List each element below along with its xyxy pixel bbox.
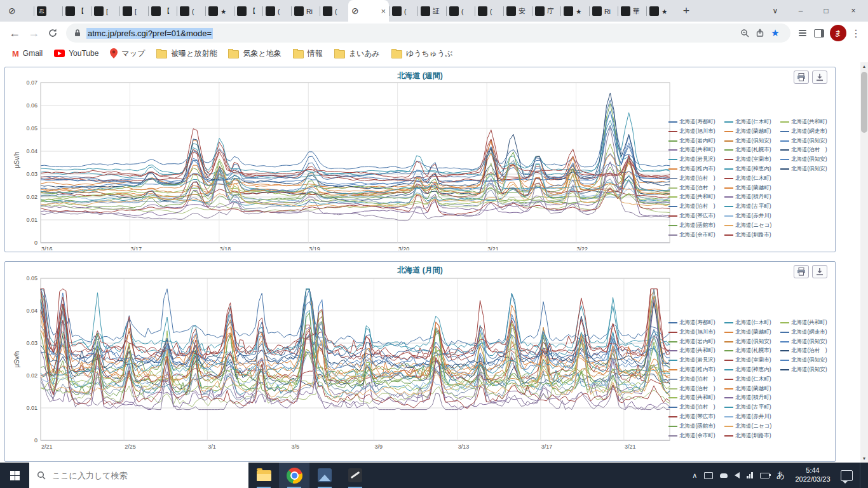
legend-item[interactable]: 北海道(倶知安) [724,137,771,145]
legend-item[interactable]: 北海道(泊村 ) [668,403,715,411]
legend-item[interactable]: 北海道(仁木町) [724,118,771,126]
legend-item[interactable]: 北海道(神恵内) [724,366,771,374]
legend-item[interactable]: 北海道(仁木町) [724,376,771,383]
browser-tab[interactable]: ( [177,1,205,22]
legend-item[interactable]: 北海道(函館市) [668,222,715,229]
legend-item[interactable]: 北海道(仁木町) [724,175,771,182]
browser-tab[interactable]: ★ [560,1,589,22]
browser-tab[interactable]: 安 [503,1,532,22]
legend-item[interactable]: 北海道(網走市) [780,128,827,135]
legend-item[interactable]: 北海道(室蘭市) [724,156,771,163]
hidden-icons-chevron-icon[interactable]: ∧ [692,471,697,480]
file-explorer-icon[interactable] [248,463,279,488]
legend-item[interactable]: 北海道(蘭越町) [724,184,771,192]
browser-tab[interactable]: 【 [234,1,262,22]
legend-item[interactable]: 北海道(倶知安) [780,165,827,173]
legend-item[interactable]: 北海道(ニセコ) [724,423,771,430]
download-button[interactable] [812,71,827,84]
minimize-button[interactable]: – [788,0,813,22]
download-button[interactable] [812,265,827,278]
bookmark-item[interactable]: マップ [104,46,151,60]
back-button[interactable]: ← [5,24,24,43]
legend-item[interactable]: 北海道(札幌市) [724,146,771,154]
browser-tab[interactable]: 華 [618,1,646,22]
legend-item[interactable]: 北海道(余市町) [668,231,715,239]
browser-tab-active[interactable]: ⊘× [348,0,389,22]
legend-item[interactable]: 北海道(倶知安) [780,137,827,145]
browser-tab[interactable]: [ [119,1,148,22]
legend-item[interactable]: 北海道(泊村 ) [668,376,715,383]
legend-item[interactable]: 北海道(共和町) [668,394,715,402]
tray-network-icon[interactable] [747,472,753,478]
bookmark-item[interactable]: 情報 [287,46,329,60]
chrome-icon[interactable] [279,463,309,488]
legend-item[interactable]: 北海道(古平町) [724,403,771,411]
legend-item[interactable]: 北海道(稚内市) [668,165,715,173]
browser-tab[interactable]: 庁 [532,1,560,22]
legend-item[interactable]: 北海道(蘭越町) [724,329,771,336]
legend-item[interactable]: 北海道(岩内町) [668,137,715,145]
extensions-tune-icon[interactable] [794,25,811,41]
page-scrollbar[interactable]: ▲ ▼ [860,62,868,463]
legend-item[interactable]: 北海道(蘭越町) [724,128,771,135]
legend-item[interactable]: 北海道(ニセコ) [724,222,771,229]
print-button[interactable] [794,71,809,84]
action-center-icon[interactable] [841,470,853,481]
taskbar-clock[interactable]: 5:44 2022/03/23 [792,466,834,484]
legend-item[interactable]: 北海道(岩見沢) [668,356,715,364]
bookmark-item[interactable]: MGmail [6,46,48,60]
bookmark-star-icon[interactable]: ★ [768,25,783,41]
browser-tab[interactable]: 証 [417,1,446,22]
legend-item[interactable]: 北海道(寿都町) [668,118,715,126]
show-desktop-button[interactable] [860,463,863,488]
forward-button[interactable]: → [24,24,43,43]
legend-item[interactable]: 北海道(蘭越町) [724,385,771,393]
legend-item[interactable]: 北海道(函館市) [668,423,715,430]
print-button[interactable] [794,265,809,278]
taskbar-search[interactable] [29,463,248,488]
browser-tab[interactable]: ( [389,1,417,22]
browser-tab[interactable]: Ri [291,1,320,22]
browser-tab[interactable]: ⊘ [5,1,34,22]
share-icon[interactable] [752,25,768,41]
browser-tab[interactable]: Ri [589,1,618,22]
legend-item[interactable]: 北海道(共和町) [780,319,827,327]
legend-item[interactable]: 北海道(泊村 ) [668,385,715,393]
profile-avatar[interactable]: ま [830,25,846,41]
scrollbar-up-arrow-icon[interactable]: ▲ [860,62,868,71]
photos-app-icon[interactable] [309,463,340,488]
browser-tab[interactable]: ★ [205,1,234,22]
legend-item[interactable]: 北海道(寿都町) [668,319,715,327]
legend-item[interactable]: 北海道(共和町) [668,146,715,154]
legend-item[interactable]: 北海道(泊村 ) [668,184,715,192]
bookmark-item[interactable]: YouTube [48,46,104,60]
legend-item[interactable]: 北海道(泊村 ) [668,203,715,210]
legend-item[interactable]: 北海道(余市町) [668,432,715,440]
pen-app-icon[interactable] [340,463,370,488]
reload-button[interactable] [43,24,62,43]
bookmark-item[interactable]: まいあみ [329,46,386,60]
legend-item[interactable]: 北海道(倶知安) [780,338,827,346]
browser-tab[interactable]: 忍 [34,1,62,22]
tray-volume-icon[interactable] [735,472,740,478]
browser-tab[interactable]: 【 [62,1,91,22]
browser-tab[interactable]: ( [446,1,475,22]
legend-item[interactable]: 北海道(札幌市) [724,347,771,355]
side-panel-icon[interactable] [811,25,827,41]
legend-item[interactable]: 北海道(釧路市) [724,432,771,440]
legend-item[interactable]: 北海道(倶知安) [780,366,827,374]
legend-item[interactable]: 北海道(岩内町) [668,338,715,346]
tab-search-chevron-icon[interactable]: ∨ [763,0,788,22]
legend-item[interactable]: 北海道(共和町) [668,193,715,201]
legend-item[interactable]: 北海道(赤井川) [724,212,771,220]
legend-item[interactable]: 北海道(稚内市) [668,366,715,374]
legend-item[interactable]: 北海道(泊村 ) [668,175,715,182]
scrollbar-thumb[interactable] [861,72,867,133]
bookmark-item[interactable]: 被曝と放射能 [151,46,222,60]
legend-item[interactable]: 北海道(旭川市) [668,329,715,336]
maximize-button[interactable]: □ [813,0,839,22]
legend-item[interactable]: 北海道(室蘭市) [724,356,771,364]
legend-item[interactable]: 北海道(倶知安) [780,356,827,364]
legend-item[interactable]: 北海道(倶知安) [724,338,771,346]
browser-tab[interactable]: ( [320,1,348,22]
